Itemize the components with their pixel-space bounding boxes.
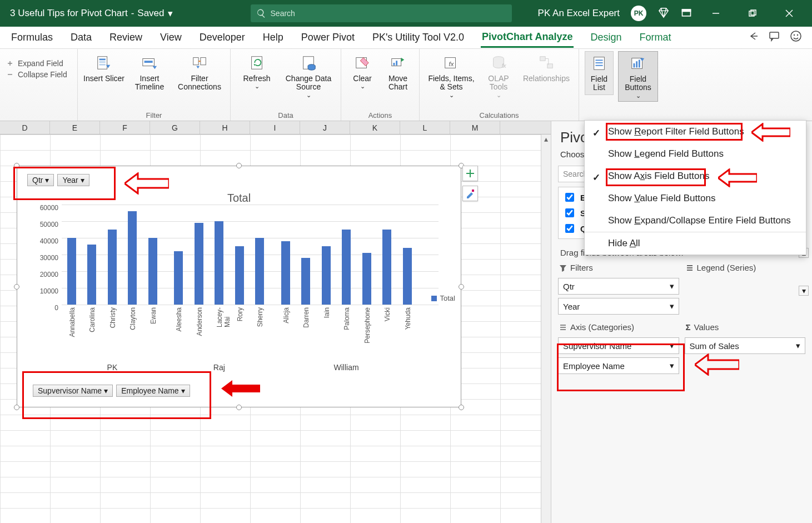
user-avatar-icon[interactable]: PK xyxy=(631,6,646,21)
diamond-icon[interactable] xyxy=(657,7,670,21)
col-header[interactable]: I xyxy=(250,121,300,134)
collapse-field-button[interactable]: Collapse Field xyxy=(6,70,67,79)
clear-button[interactable]: Clear⌄ xyxy=(347,51,378,92)
filters-area[interactable]: Filters Qtr▾ Year▾ xyxy=(558,261,679,315)
chart-filter-year[interactable]: Year▾ xyxy=(57,174,89,186)
relationships-icon xyxy=(537,53,556,72)
chart-bar xyxy=(382,230,391,305)
chart-bar xyxy=(67,238,76,305)
svg-rect-38 xyxy=(634,63,635,68)
change-data-source-icon xyxy=(299,53,318,72)
chart-bar xyxy=(342,230,351,305)
save-state: Saved xyxy=(137,8,164,19)
tab-formulas[interactable]: Formulas xyxy=(10,28,54,47)
dd-show-legend[interactable]: Show Legend Field Buttons xyxy=(585,143,806,165)
move-chart-button[interactable]: Move Chart xyxy=(382,51,414,94)
field-list-button[interactable]: Field List xyxy=(585,51,614,95)
legend-area[interactable]: Legend (Series) xyxy=(685,261,806,315)
fields-items-sets-button[interactable]: fx Fields, Items, & Sets⌄ xyxy=(425,51,477,101)
dd-hide-all[interactable]: Hide All xyxy=(585,232,806,255)
chart-bar xyxy=(195,223,203,305)
pivot-chart[interactable]: Qtr▾ Year▾ Total 01000020000300004000050… xyxy=(17,166,461,407)
chart-bar xyxy=(281,241,290,305)
move-chart-icon xyxy=(388,53,407,72)
change-data-source-button[interactable]: Change Data Source⌄ xyxy=(282,51,335,101)
dd-show-expand-collapse[interactable]: Show Expand/Collapse Entire Field Button… xyxy=(585,210,806,232)
chart-bar xyxy=(403,248,412,305)
chevron-down-icon[interactable]: ▾ xyxy=(168,8,173,19)
tab-help[interactable]: Help xyxy=(262,28,285,47)
ribbon-tabs: Formulas Data Review View Developer Help… xyxy=(0,27,812,49)
col-header[interactable]: J xyxy=(300,121,350,134)
dd-show-axis[interactable]: ✓Show Axis Field Buttons xyxy=(585,165,806,187)
col-header[interactable]: F xyxy=(100,121,150,134)
check-icon: ✓ xyxy=(592,127,600,139)
insert-timeline-button[interactable]: Insert Timeline xyxy=(129,51,170,94)
x-axis-label: Carolina xyxy=(88,307,96,332)
tab-format[interactable]: Format xyxy=(639,28,672,47)
ribbon-display-icon[interactable] xyxy=(681,7,692,20)
maximize-button[interactable] xyxy=(740,0,765,27)
tab-developer[interactable]: Developer xyxy=(198,28,246,47)
clear-icon xyxy=(353,53,372,72)
dd-show-report-filter[interactable]: ✓Show Report Filter Field Buttons xyxy=(585,121,806,143)
close-button[interactable] xyxy=(776,0,802,27)
refresh-button[interactable]: Refresh⌄ xyxy=(236,51,277,92)
comments-icon[interactable] xyxy=(769,31,780,44)
chart-bar xyxy=(174,251,183,305)
x-axis-label: Annabella xyxy=(68,307,76,337)
chart-brush-button[interactable] xyxy=(462,186,478,201)
olap-tools-icon: fx xyxy=(489,53,508,72)
smiley-icon[interactable] xyxy=(790,30,802,45)
filter-connections-button[interactable]: Filter Connections xyxy=(175,51,225,94)
filter-item-qtr[interactable]: Qtr▾ xyxy=(558,278,679,295)
worksheet[interactable]: D E F G H I J K L M ▴ Qtr▾ Ye xyxy=(0,121,551,523)
chart-axis-employee[interactable]: Employee Name▾ xyxy=(116,385,190,397)
user-name: PK An Excel Expert xyxy=(538,8,620,19)
minimize-button[interactable] xyxy=(703,0,729,27)
axis-item-supervisor[interactable]: Supvervisor Name▾ xyxy=(558,337,679,354)
value-item-sum[interactable]: Sum of Sales▾ xyxy=(685,337,806,354)
tab-data[interactable]: Data xyxy=(69,28,93,47)
x-axis-label: Vicki xyxy=(383,307,391,321)
svg-rect-43 xyxy=(472,190,474,192)
dd-show-value[interactable]: Show Value Field Buttons xyxy=(585,187,806,210)
field-buttons-dropdown: ✓Show Report Filter Field Buttons Show L… xyxy=(584,120,806,255)
tab-view[interactable]: View xyxy=(159,28,183,47)
doc-name: 3 Useful Tips for Pivot Chart xyxy=(10,8,128,19)
col-header[interactable]: H xyxy=(200,121,250,134)
col-header[interactable]: K xyxy=(350,121,400,134)
col-header[interactable]: M xyxy=(450,121,500,134)
col-header[interactable]: E xyxy=(50,121,100,134)
values-area[interactable]: ΣValues Sum of Sales▾ xyxy=(685,320,806,374)
scroll-down-icon[interactable]: ▾ xyxy=(799,286,809,296)
field-buttons-button[interactable]: Field Buttons⌄ xyxy=(618,51,658,102)
tab-design[interactable]: Design xyxy=(589,28,622,47)
chart-bar xyxy=(215,221,223,305)
chart-plus-button[interactable] xyxy=(462,166,478,181)
tab-powerpivot[interactable]: Power Pivot xyxy=(300,28,356,47)
tab-pivotchart-analyze[interactable]: PivotChart Analyze xyxy=(481,28,574,48)
chart-filter-qtr[interactable]: Qtr▾ xyxy=(27,174,54,186)
axis-area[interactable]: Axis (Categories) Supvervisor Name▾ Empl… xyxy=(558,320,679,374)
col-header[interactable]: G xyxy=(150,121,200,134)
col-header[interactable]: D xyxy=(0,121,50,134)
svg-text:fx: fx xyxy=(502,63,507,69)
chart-element-buttons xyxy=(462,166,480,201)
chart-axis-supervisor[interactable]: Supvervisor Name▾ xyxy=(33,385,113,397)
share-icon[interactable] xyxy=(748,31,759,44)
col-header[interactable]: L xyxy=(400,121,450,134)
search-icon xyxy=(256,8,266,18)
filter-item-year[interactable]: Year▾ xyxy=(558,298,679,315)
document-title: 3 Useful Tips for Pivot Chart - Saved ▾ xyxy=(10,8,173,19)
svg-rect-26 xyxy=(396,61,397,65)
insert-slicer-button[interactable]: Insert Slicer xyxy=(83,51,124,85)
tab-pk-utility[interactable]: PK's Utility Tool V2.0 xyxy=(371,28,465,47)
tab-review[interactable]: Review xyxy=(108,28,143,47)
search-box[interactable]: Search xyxy=(251,4,512,22)
expand-field-button[interactable]: Expand Field xyxy=(6,59,67,68)
axis-item-employee[interactable]: Employee Name▾ xyxy=(558,357,679,374)
data-group-label: Data xyxy=(278,110,293,119)
scroll-up-icon[interactable]: ▴ xyxy=(541,135,551,145)
vertical-scrollbar[interactable]: ▴ xyxy=(541,135,551,523)
